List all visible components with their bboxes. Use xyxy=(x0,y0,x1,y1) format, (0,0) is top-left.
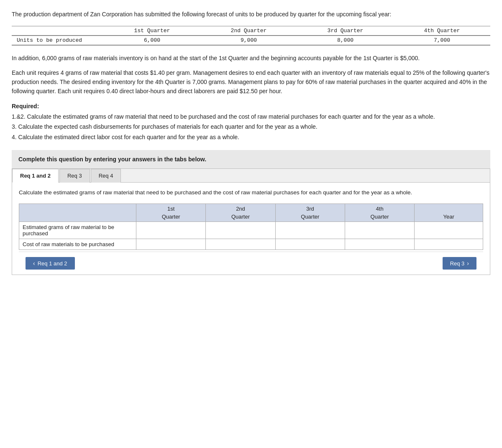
cell-grams-year[interactable] xyxy=(415,222,483,239)
forecast-row-label: Units to be produced xyxy=(12,36,104,45)
th-q2-sub: Quarter xyxy=(206,213,275,222)
table-row-grams: Estimated grams of raw material to be pu… xyxy=(19,222,483,239)
cell-cost-q3[interactable] xyxy=(275,239,345,250)
input-cost-q2[interactable] xyxy=(206,239,275,249)
prev-arrow-icon: ‹ xyxy=(33,260,35,267)
cell-cost-q1[interactable] xyxy=(136,239,206,250)
cell-grams-q2[interactable] xyxy=(206,222,275,239)
cell-cost-year[interactable] xyxy=(415,239,483,250)
cell-cost-q2[interactable] xyxy=(206,239,275,250)
forecast-val-q4: 7,000 xyxy=(394,36,490,45)
required-title: Required: xyxy=(12,103,39,109)
th-q4-sub: Quarter xyxy=(345,213,414,222)
forecast-header-q4: 4th Quarter xyxy=(394,26,490,36)
input-cost-q3[interactable] xyxy=(276,239,345,249)
th-year-sub: Year xyxy=(415,213,483,222)
input-grams-q1[interactable] xyxy=(136,225,205,236)
required-item2: 3. Calculate the expected cash disbursem… xyxy=(12,122,490,131)
input-grams-q3[interactable] xyxy=(276,225,345,236)
next-label: Req 3 xyxy=(450,260,465,267)
th-q2-top: 2nd xyxy=(206,204,275,213)
input-cost-q4[interactable] xyxy=(345,239,414,249)
intro-paragraph3: Each unit requires 4 grams of raw materi… xyxy=(12,69,490,96)
prev-label: Req 1 and 2 xyxy=(38,260,67,267)
complete-box-text: Complete this question by entering your … xyxy=(18,156,206,163)
forecast-header-q2: 2nd Quarter xyxy=(200,26,297,36)
tab-content-req1and2: Calculate the estimated grams of raw mat… xyxy=(12,183,490,275)
forecast-val-q3: 8,000 xyxy=(297,36,394,45)
row-label-grams: Estimated grams of raw material to be pu… xyxy=(19,222,136,239)
input-grams-q4[interactable] xyxy=(345,225,414,236)
cell-grams-q3[interactable] xyxy=(275,222,345,239)
input-grams-year[interactable] xyxy=(415,225,483,236)
nav-footer: ‹ Req 1 and 2 Req 3 › xyxy=(19,252,483,275)
th-q4-top: 4th xyxy=(345,204,414,213)
forecast-header-q3: 3rd Quarter xyxy=(297,26,394,36)
th-year-top xyxy=(415,204,483,213)
tab-description: Calculate the estimated grams of raw mat… xyxy=(19,188,483,197)
required-item1: 1.&2. Calculate the estimated grams of r… xyxy=(12,112,490,121)
required-section: Required: 1.&2. Calculate the estimated … xyxy=(12,102,490,142)
input-cost-q1[interactable] xyxy=(136,239,205,249)
tab-req3[interactable]: Req 3 xyxy=(59,169,90,183)
tabs-row: Req 1 and 2 Req 3 Req 4 xyxy=(12,169,490,183)
th-q3-sub: Quarter xyxy=(275,213,345,222)
th-q1-top: 1st xyxy=(136,204,206,213)
table-row-cost: Cost of raw materials to be purchased xyxy=(19,239,483,250)
tab-req1and2[interactable]: Req 1 and 2 xyxy=(12,169,59,183)
input-grams-q2[interactable] xyxy=(206,225,275,236)
row-label-cost: Cost of raw materials to be purchased xyxy=(19,239,136,250)
tab-req4[interactable]: Req 4 xyxy=(91,169,121,183)
cell-cost-q4[interactable] xyxy=(345,239,414,250)
intro-paragraph1: The production department of Zan Corpora… xyxy=(12,10,490,19)
intro-paragraph2: In addition, 6,000 grams of raw material… xyxy=(12,54,490,63)
th-q3-top: 3rd xyxy=(275,204,345,213)
required-item3: 4. Calculate the estimated direct labor … xyxy=(12,132,490,142)
complete-box: Complete this question by entering your … xyxy=(12,150,490,168)
forecast-val-q1: 6,000 xyxy=(104,36,200,45)
forecast-header-q1: 1st Quarter xyxy=(104,26,200,36)
forecast-table: 1st Quarter 2nd Quarter 3rd Quarter 4th … xyxy=(12,26,490,46)
forecast-val-q2: 9,000 xyxy=(200,36,297,45)
th-empty xyxy=(19,204,136,213)
cell-grams-q1[interactable] xyxy=(136,222,206,239)
th-q1-sub: Quarter xyxy=(136,213,206,222)
tabs-container: Req 1 and 2 Req 3 Req 4 Calculate the es… xyxy=(12,168,490,275)
prev-button[interactable]: ‹ Req 1 and 2 xyxy=(26,257,75,270)
cell-grams-q4[interactable] xyxy=(345,222,414,239)
input-cost-year[interactable] xyxy=(415,239,483,249)
answer-table: 1st 2nd 3rd 4th Quarter Quarter Quarter … xyxy=(19,204,483,250)
next-button[interactable]: Req 3 › xyxy=(443,257,476,270)
next-arrow-icon: › xyxy=(467,260,469,267)
th-empty2 xyxy=(19,213,136,222)
